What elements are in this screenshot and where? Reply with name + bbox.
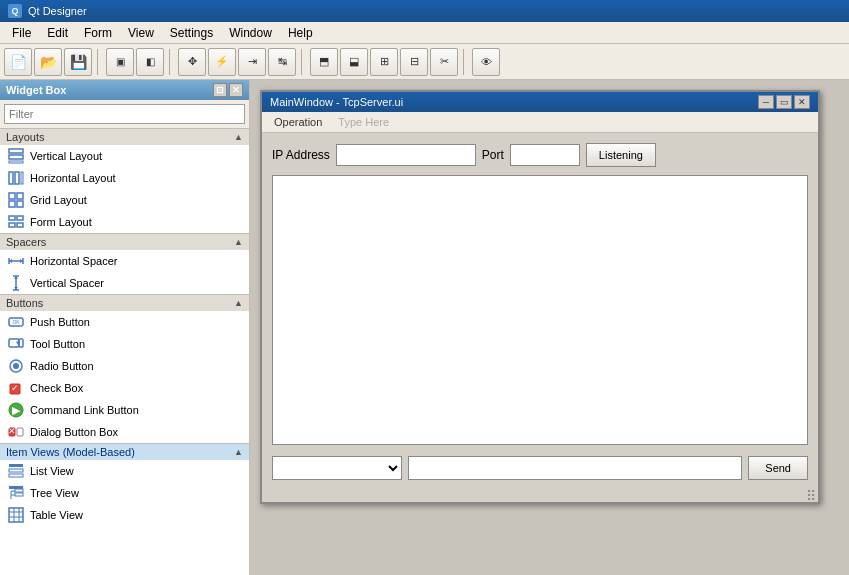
svg-rect-3 xyxy=(9,172,13,184)
dialog-button-icon: ✕ xyxy=(8,424,24,440)
inner-minimize-button[interactable]: ─ xyxy=(758,95,774,109)
widget-item-check-box[interactable]: ✓ Check Box xyxy=(0,377,249,399)
ip-address-label: IP Address xyxy=(272,148,330,162)
filter-box xyxy=(0,100,249,128)
toolbar-sep-1 xyxy=(97,49,101,75)
widget-item-radio-button[interactable]: Radio Button xyxy=(0,355,249,377)
tab-order-button[interactable]: ↹ xyxy=(268,48,296,76)
group-arrow-item-views: ▲ xyxy=(234,447,243,457)
menu-edit[interactable]: Edit xyxy=(39,24,76,42)
svg-rect-39 xyxy=(9,469,23,472)
widget-item-horizontal-spacer[interactable]: Horizontal Spacer xyxy=(0,250,249,272)
horizontal-spacer-label: Horizontal Spacer xyxy=(30,255,117,267)
save-button[interactable]: 💾 xyxy=(64,48,92,76)
menu-view[interactable]: View xyxy=(120,24,162,42)
widget-list: Layouts ▲ Vertical Layout xyxy=(0,128,249,575)
svg-rect-12 xyxy=(9,223,15,227)
table-view-label: Table View xyxy=(30,509,83,521)
widget-box-close[interactable]: ✕ xyxy=(229,83,243,97)
vert-layout-button[interactable]: ⬓ xyxy=(340,48,368,76)
port-input[interactable] xyxy=(510,144,580,166)
send-button[interactable]: Send xyxy=(748,456,808,480)
tree-view-icon xyxy=(8,485,24,501)
form-layout-icon xyxy=(8,214,24,230)
group-arrow-buttons: ▲ xyxy=(234,298,243,308)
ip-address-input[interactable] xyxy=(336,144,476,166)
grid-layout-button[interactable]: ⊞ xyxy=(370,48,398,76)
inner-restore-button[interactable]: ▭ xyxy=(776,95,792,109)
inner-menu-placeholder[interactable]: Type Here xyxy=(330,114,397,130)
inner-menu-operation[interactable]: Operation xyxy=(266,114,330,130)
widget-item-horizontal-layout[interactable]: Horizontal Layout xyxy=(0,167,249,189)
widget-item-vertical-layout[interactable]: Vertical Layout xyxy=(0,145,249,167)
grid-layout-label: Grid Layout xyxy=(30,194,87,206)
horiz-layout-button[interactable]: ⬒ xyxy=(310,48,338,76)
open-button[interactable]: 📂 xyxy=(34,48,62,76)
menu-form[interactable]: Form xyxy=(76,24,120,42)
app-title: Qt Designer xyxy=(28,5,87,17)
widget-box-float[interactable]: ⊡ xyxy=(213,83,227,97)
break-layout-button[interactable]: ✂ xyxy=(430,48,458,76)
toolbar-sep-4 xyxy=(463,49,467,75)
svg-text:▶: ▶ xyxy=(12,404,21,416)
buddy-button[interactable]: ⇥ xyxy=(238,48,266,76)
form-layout-button[interactable]: ⊟ xyxy=(400,48,428,76)
vertical-spacer-label: Vertical Spacer xyxy=(30,277,104,289)
resize-handle[interactable]: ⠿ xyxy=(262,490,818,502)
svg-rect-37 xyxy=(17,428,23,436)
group-header-layouts[interactable]: Layouts ▲ xyxy=(0,128,249,145)
widget-item-tree-view[interactable]: Tree View xyxy=(0,482,249,504)
menu-window[interactable]: Window xyxy=(221,24,280,42)
horizontal-layout-label: Horizontal Layout xyxy=(30,172,116,184)
widget-item-grid-layout[interactable]: Grid Layout xyxy=(0,189,249,211)
menu-help[interactable]: Help xyxy=(280,24,321,42)
main-textarea[interactable] xyxy=(272,175,808,445)
widget-item-dialog-button[interactable]: ✕ Dialog Button Box xyxy=(0,421,249,443)
inner-close-button[interactable]: ✕ xyxy=(794,95,810,109)
group-header-item-views[interactable]: Item Views (Model-Based) ▲ xyxy=(0,443,249,460)
menu-settings[interactable]: Settings xyxy=(162,24,221,42)
new-button[interactable]: 📄 xyxy=(4,48,32,76)
check-box-label: Check Box xyxy=(30,382,83,394)
tool-button-icon: ▾ xyxy=(8,336,24,352)
object-inspect-button[interactable]: ◧ xyxy=(136,48,164,76)
widget-item-form-layout[interactable]: Form Layout xyxy=(0,211,249,233)
inner-menu-bar: Operation Type Here xyxy=(262,112,818,133)
form-layout-label: Form Layout xyxy=(30,216,92,228)
widget-item-list-view[interactable]: List View xyxy=(0,460,249,482)
widget-item-tool-button[interactable]: ▾ Tool Button xyxy=(0,333,249,355)
port-label: Port xyxy=(482,148,504,162)
check-box-icon: ✓ xyxy=(8,380,24,396)
resize-grip-icon: ⠿ xyxy=(806,488,816,504)
widget-item-table-view[interactable]: Table View xyxy=(0,504,249,526)
inner-window-controls: ─ ▭ ✕ xyxy=(758,95,810,109)
inner-content: IP Address Port Listening Send xyxy=(262,133,818,490)
toolbar: 📄 📂 💾 ▣ ◧ ✥ ⚡ ⇥ ↹ ⬒ ⬓ ⊞ ⊟ ✂ 👁 xyxy=(0,44,849,80)
widget-item-vertical-spacer[interactable]: Vertical Spacer xyxy=(0,272,249,294)
radio-button-label: Radio Button xyxy=(30,360,94,372)
svg-point-30 xyxy=(13,363,19,369)
svg-rect-6 xyxy=(9,193,15,199)
toolbar-sep-3 xyxy=(301,49,305,75)
widget-item-command-link[interactable]: ▶ Command Link Button xyxy=(0,399,249,421)
menu-file[interactable]: File xyxy=(4,24,39,42)
command-link-icon: ▶ xyxy=(8,402,24,418)
widget-item-push-button[interactable]: OK Push Button xyxy=(0,311,249,333)
list-view-icon xyxy=(8,463,24,479)
message-input[interactable] xyxy=(408,456,742,480)
group-label-spacers: Spacers xyxy=(6,236,46,248)
push-button-label: Push Button xyxy=(30,316,90,328)
filter-input[interactable] xyxy=(4,104,245,124)
app-icon: Q xyxy=(8,4,22,18)
svg-rect-4 xyxy=(15,172,19,184)
group-header-buttons[interactable]: Buttons ▲ xyxy=(0,294,249,311)
signal-button[interactable]: ⚡ xyxy=(208,48,236,76)
edit-button[interactable]: ✥ xyxy=(178,48,206,76)
widget-mode-button[interactable]: ▣ xyxy=(106,48,134,76)
svg-rect-0 xyxy=(9,149,23,153)
preview-button[interactable]: 👁 xyxy=(472,48,500,76)
group-header-spacers[interactable]: Spacers ▲ xyxy=(0,233,249,250)
radio-button-icon xyxy=(8,358,24,374)
listen-button[interactable]: Listening xyxy=(586,143,656,167)
bottom-select[interactable] xyxy=(272,456,402,480)
